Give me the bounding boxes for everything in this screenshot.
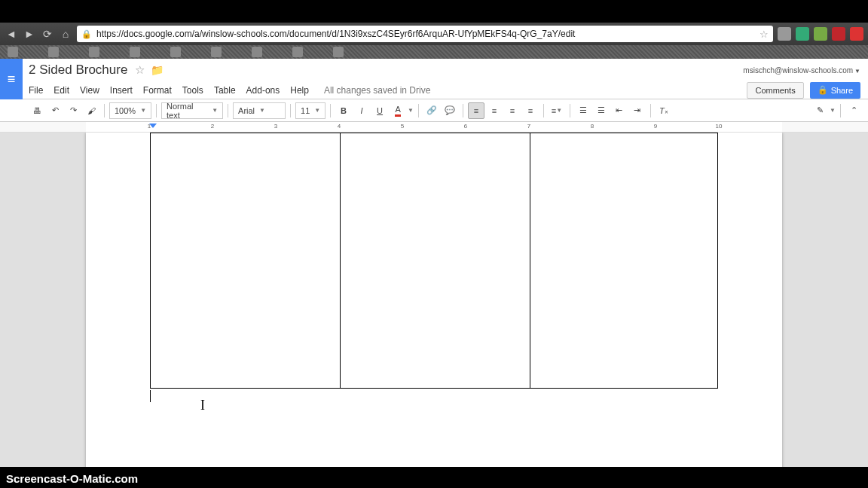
ext-icon-2[interactable] <box>796 27 809 41</box>
forward-icon[interactable]: ► <box>23 27 36 41</box>
ruler-tick: 9 <box>654 123 657 130</box>
ruler-tick: 10 <box>716 123 723 130</box>
menu-file[interactable]: File <box>29 85 43 96</box>
align-right-icon[interactable]: ≡ <box>504 102 521 119</box>
menu-addons[interactable]: Add-ons <box>246 85 280 96</box>
menu-help[interactable]: Help <box>290 85 309 96</box>
user-email[interactable]: msischch@winslow-schools.com▼ <box>743 66 860 75</box>
toolbar: 🖶 ↶ ↷ 🖌 100%▼ Normal text▼ Arial▼ 11▼ B … <box>0 99 868 122</box>
italic-icon[interactable]: I <box>353 102 370 119</box>
menu-insert[interactable]: Insert <box>110 85 133 96</box>
bookmark-star-icon[interactable]: ☆ <box>760 29 769 40</box>
line-spacing-icon[interactable]: ≡▼ <box>549 102 565 119</box>
clear-format-icon[interactable]: Tₓ <box>656 102 672 119</box>
ruler-tick: 8 <box>591 123 594 130</box>
zoom-select[interactable]: 100%▼ <box>109 102 151 119</box>
bookmark-item[interactable] <box>170 47 181 57</box>
font-select[interactable]: Arial▼ <box>233 102 286 119</box>
comments-button[interactable]: Comments <box>747 82 803 99</box>
ruler-tick: 3 <box>274 123 277 130</box>
ibeam-cursor-icon: I <box>200 398 205 413</box>
align-left-icon[interactable]: ≡ <box>468 102 484 119</box>
indent-marker-icon[interactable] <box>149 124 157 128</box>
bookmark-item[interactable] <box>211 47 222 57</box>
bookmark-item[interactable] <box>48 47 59 57</box>
docs-logo-icon[interactable]: ≡ <box>0 59 23 99</box>
title-row: 2 Sided Brochure ☆ 📁 msischch@winslow-sc… <box>0 59 868 81</box>
bookmark-item[interactable] <box>333 47 344 57</box>
menu-bar: File Edit View Insert Format Tools Table… <box>0 81 868 99</box>
bookmark-item[interactable] <box>130 47 140 57</box>
document-title[interactable]: 2 Sided Brochure <box>29 63 127 78</box>
ruler[interactable]: 12345678910 <box>0 122 868 133</box>
watermark: Screencast-O-Matic.com <box>6 472 138 485</box>
table[interactable] <box>150 133 718 389</box>
size-select[interactable]: 11▼ <box>295 102 326 119</box>
bookmarks-bar <box>0 45 868 59</box>
bookmark-item[interactable] <box>292 47 303 57</box>
ruler-tick: 2 <box>211 123 214 130</box>
page[interactable]: I <box>86 133 782 467</box>
menu-table[interactable]: Table <box>214 85 236 96</box>
undo-icon[interactable]: ↶ <box>47 102 63 119</box>
ext-icon-1[interactable] <box>778 27 791 41</box>
menu-tools[interactable]: Tools <box>182 85 203 96</box>
reload-icon[interactable]: ⟳ <box>41 27 54 41</box>
browser-bar: ◄ ► ⟳ ⌂ 🔒 https://docs.google.com/a/wins… <box>0 23 868 45</box>
save-status: All changes saved in Drive <box>324 85 430 96</box>
print-icon[interactable]: 🖶 <box>29 102 45 119</box>
bulleted-list-icon[interactable]: ☰ <box>593 102 610 119</box>
star-icon[interactable]: ☆ <box>135 63 145 77</box>
ruler-tick: 4 <box>338 123 341 130</box>
collapse-icon[interactable]: ⌃ <box>845 102 862 119</box>
comment-icon[interactable]: 💬 <box>442 102 458 119</box>
canvas[interactable]: I <box>0 133 868 467</box>
bookmark-item[interactable] <box>89 47 99 57</box>
menu-format[interactable]: Format <box>143 85 172 96</box>
ext-icon-3[interactable] <box>814 27 827 41</box>
ruler-tick: 6 <box>464 123 467 130</box>
underline-icon[interactable]: U <box>371 102 388 119</box>
align-justify-icon[interactable]: ≡ <box>522 102 539 119</box>
ext-icon-5[interactable] <box>850 27 863 41</box>
bold-icon[interactable]: B <box>335 102 352 119</box>
menu-view[interactable]: View <box>80 85 99 96</box>
docs-app: ≡ 2 Sided Brochure ☆ 📁 msischch@winslow-… <box>0 59 868 467</box>
text-color-icon[interactable]: A <box>390 102 406 119</box>
text-caret <box>150 390 151 402</box>
table-col-border[interactable] <box>530 133 530 388</box>
style-select[interactable]: Normal text▼ <box>161 102 223 119</box>
bookmark-item[interactable] <box>8 47 18 57</box>
bookmark-item[interactable] <box>252 47 262 57</box>
indent-icon[interactable]: ⇥ <box>629 102 646 119</box>
paint-format-icon[interactable]: 🖌 <box>83 102 99 119</box>
folder-icon[interactable]: 📁 <box>151 64 164 76</box>
lock-white-icon: 🔒 <box>818 85 828 95</box>
ruler-tick: 5 <box>401 123 404 130</box>
align-center-icon[interactable]: ≡ <box>486 102 503 119</box>
lock-icon: 🔒 <box>81 29 92 39</box>
numbered-list-icon[interactable]: ☰ <box>575 102 591 119</box>
back-icon[interactable]: ◄ <box>5 27 18 41</box>
editing-mode-icon[interactable]: ✎ <box>811 102 828 119</box>
text-color-caret[interactable]: ▼ <box>408 107 414 114</box>
table-col-border[interactable] <box>340 133 341 388</box>
home-icon[interactable]: ⌂ <box>59 27 72 41</box>
url-bar[interactable]: 🔒 https://docs.google.com/a/winslow-scho… <box>77 26 773 42</box>
pinterest-icon[interactable] <box>832 27 845 41</box>
redo-icon[interactable]: ↷ <box>65 102 81 119</box>
link-icon[interactable]: 🔗 <box>423 102 440 119</box>
ruler-tick: 7 <box>527 123 530 130</box>
share-button[interactable]: 🔒 Share <box>810 82 860 99</box>
menu-edit[interactable]: Edit <box>53 85 69 96</box>
url-text: https://docs.google.com/a/winslow-school… <box>96 29 575 39</box>
outdent-icon[interactable]: ⇤ <box>611 102 628 119</box>
